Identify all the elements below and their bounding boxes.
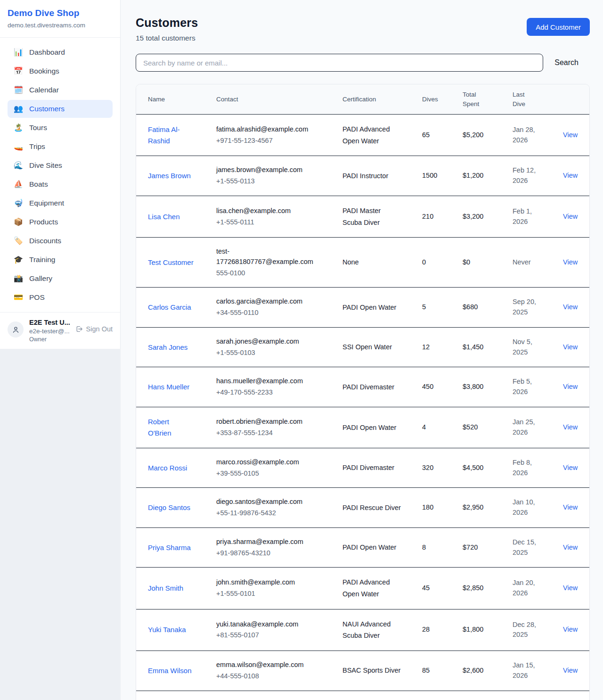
brand-header: Demo Dive Shop demo.test.divestreams.com [0,0,120,38]
customer-email: priya.sharma@example.com [216,537,320,547]
view-customer-link[interactable]: View [563,131,578,139]
sidebar-item-calendar[interactable]: 🗓️Calendar [8,81,113,99]
dives-cell: 320 [422,448,463,488]
logout-icon [75,325,83,333]
last-dive-cell: Feb 5, 2026 [513,367,557,407]
table-row: Carlos Garciacarlos.garcia@example.com+3… [136,288,589,328]
view-customer-link[interactable]: View [563,667,578,674]
dives-cell: 450 [422,367,463,407]
table-header-row: NameContactCertificationDivesTotal Spent… [136,84,589,115]
search-input[interactable] [136,54,543,72]
view-customer-link[interactable]: View [563,544,578,551]
total-spent-cell: $1,800 [463,609,513,651]
view-cell: View [557,448,589,488]
name-cell: James Brown [136,156,216,196]
dives-cell: 8 [422,527,463,568]
customer-name-link[interactable]: Yuki Tanaka [148,624,186,635]
view-customer-link[interactable]: View [563,464,578,471]
view-customer-link[interactable]: View [563,172,578,179]
sidebar-item-dive-sites[interactable]: 🌊Dive Sites [8,156,113,174]
last-dive-cell: Feb 1, 2026 [513,196,557,237]
search-row: Search [136,54,590,72]
dives-cell: 1500 [422,156,463,196]
bar-chart-icon: 📊 [14,49,23,56]
total-spent-cell: $2,100 [463,691,513,700]
sign-out-label: Sign Out [86,325,113,333]
page-title-block: Customers 15 total customers [136,16,198,42]
view-customer-link[interactable]: View [563,343,578,351]
view-customer-link[interactable]: View [563,213,578,220]
customer-name-link[interactable]: James Brown [148,170,191,181]
sidebar-nav: 📊Dashboard📅Bookings🗓️Calendar👥Customers🏝… [0,38,120,312]
contact-cell: keiko.yamamoto@example.com+81-90-1234-56… [216,691,342,700]
view-customer-link[interactable]: View [563,303,578,311]
sidebar-item-pos[interactable]: 💳POS [8,288,113,306]
view-customer-link[interactable]: View [563,584,578,592]
view-cell: View [557,568,589,609]
view-customer-link[interactable]: View [563,503,578,511]
add-customer-button[interactable]: Add Customer [527,18,590,36]
dives-cell: 210 [422,196,463,237]
table-row: Diego Santosdiego.santos@example.com+55-… [136,488,589,528]
dives-cell: 95 [422,691,463,700]
customer-name-link[interactable]: Sarah Jones [148,342,187,353]
table-head: NameContactCertificationDivesTotal Spent… [136,84,589,115]
sidebar-item-dashboard[interactable]: 📊Dashboard [8,43,113,61]
column-header-name: Name [136,84,216,115]
customers-table: NameContactCertificationDivesTotal Spent… [136,84,589,700]
user-meta: E2E Test U... e2e-tester@... Owner [29,319,70,343]
customer-name-link[interactable]: Diego Santos [148,502,190,513]
dives-cell: 180 [422,488,463,528]
contact-cell: priya.sharma@example.com+91-98765-43210 [216,527,342,568]
view-customer-link[interactable]: View [563,423,578,431]
customer-phone: +34-555-0110 [216,308,320,318]
view-customer-link[interactable]: View [563,383,578,390]
customer-name-link[interactable]: John Smith [148,583,183,594]
sidebar-item-tours[interactable]: 🏝️Tours [8,119,113,137]
sidebar-item-products[interactable]: 📦Products [8,213,113,231]
table-row: James Brownjames.brown@example.com+1-555… [136,156,589,196]
table-row: Sarah Jonessarah.jones@example.com+1-555… [136,327,589,367]
view-customer-link[interactable]: View [563,258,578,266]
column-header-total-spent: Total Spent [463,84,513,115]
customer-name-link[interactable]: Priya Sharma [148,542,191,553]
customer-name-link[interactable]: Fatima Al-Rashid [148,124,194,147]
sidebar-item-gallery[interactable]: 📸Gallery [8,270,113,288]
total-spent-cell: $3,200 [463,196,513,237]
sidebar-item-boats[interactable]: ⛵Boats [8,175,113,193]
sign-out-button[interactable]: Sign Out [75,325,113,333]
contact-cell: robert.obrien@example.com+353-87-555-123… [216,407,342,448]
shop-subdomain: demo.test.divestreams.com [8,22,113,29]
sidebar-item-discounts[interactable]: 🏷️Discounts [8,232,113,250]
sidebar-item-equipment[interactable]: 🤿Equipment [8,194,113,212]
sidebar-item-training[interactable]: 🎓Training [8,251,113,269]
view-cell: View [557,527,589,568]
certification-cell: PADI Advanced Open Water [342,568,422,609]
customer-name-link[interactable]: Lisa Chen [148,211,180,222]
sidebar-item-trips[interactable]: 🚤Trips [8,138,113,156]
customer-phone: +39-555-0105 [216,469,320,479]
customer-name-link[interactable]: Hans Mueller [148,381,189,393]
customer-name-link[interactable]: Emma Wilson [148,665,192,676]
view-customer-link[interactable]: View [563,626,578,633]
name-cell: Robert O'Brien [136,407,216,448]
page-header: Customers 15 total customers Add Custome… [136,16,590,42]
table-row: Test Customertest-1772681807767@example.… [136,238,589,288]
speedboat-icon: 🚤 [14,143,23,150]
name-cell: Test Customer [136,238,216,288]
people-icon: 👥 [14,105,23,113]
contact-cell: hans.mueller@example.com+49-170-555-2233 [216,367,342,407]
customer-name-link[interactable]: Test Customer [148,257,194,268]
table-row: Robert O'Brienrobert.obrien@example.com+… [136,407,589,448]
customer-name-link[interactable]: Robert O'Brien [148,416,194,439]
customer-name-link[interactable]: Carlos Garcia [148,302,191,313]
search-button[interactable]: Search [543,58,590,67]
certification-cell: PADI Master Scuba Diver [342,196,422,237]
customer-name-link[interactable]: Marco Rossi [148,462,187,474]
sidebar-item-bookings[interactable]: 📅Bookings [8,62,113,80]
sidebar-item-customers[interactable]: 👥Customers [8,100,113,118]
total-spent-cell: $1,450 [463,327,513,367]
column-header-dives: Dives [422,84,463,115]
last-dive-cell: Never [513,238,557,288]
table-row: Keiko Yamamotokeiko.yamamoto@example.com… [136,691,589,700]
